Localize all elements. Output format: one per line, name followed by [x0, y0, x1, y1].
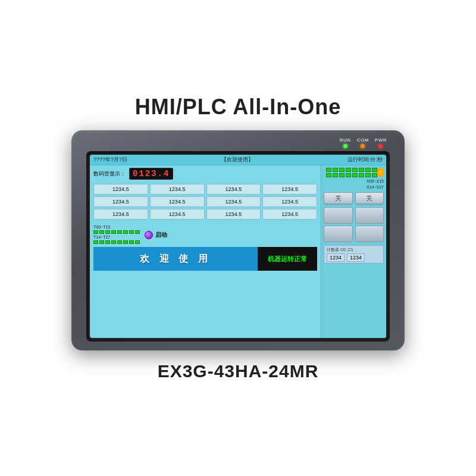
data-grid: 1234.5 1234.5 1234.5 1234.5 1234.5 1234.…	[93, 184, 317, 220]
tall-btn-row	[324, 207, 384, 224]
tall-btn-left-2[interactable]	[324, 226, 353, 242]
screen-main: 数码管显示： 0123.4 1234.5 1234.5 1234.5 1234.…	[90, 165, 386, 338]
data-cell-3: 1234.5	[262, 184, 317, 195]
start-circle-icon	[145, 231, 153, 239]
btn-grid: 关 关	[324, 192, 384, 204]
counter-value-0: 1234	[327, 253, 345, 262]
timer-label-1: T14~T27	[93, 235, 140, 239]
counter-area: 计数器 C0 ,C1 1234 1234	[324, 245, 384, 264]
tall-btn-row-2	[324, 226, 384, 242]
seg-label: 数码管显示：	[93, 170, 126, 178]
screen-left: 数码管显示： 0123.4 1234.5 1234.5 1234.5 1234.…	[90, 165, 321, 338]
com-label: COM	[357, 137, 369, 143]
page-title: HMI/PLC All-In-One	[135, 95, 342, 120]
data-cell-8: 1234.5	[93, 209, 148, 220]
indicator-run: RUN	[340, 137, 351, 148]
data-cell-10: 1234.5	[206, 209, 261, 220]
welcome-text: 欢 迎 使 用	[93, 247, 258, 271]
seg-display: 0123.4	[129, 168, 173, 180]
screen: ????年?月?日 【欢迎使用】 运行时间:分:秒 数码管显示： 0123.4 …	[90, 155, 386, 338]
screen-bezel: ????年?月?日 【欢迎使用】 运行时间:分:秒 数码管显示： 0123.4 …	[86, 151, 390, 342]
tall-btn-left[interactable]	[324, 207, 353, 224]
data-cell-6: 1234.5	[206, 196, 261, 207]
device-shell: RUN COM PWR ????年?月?日 【欢迎使用】 运行时间:分:秒	[71, 130, 405, 350]
start-area[interactable]: 启动	[145, 231, 167, 239]
screen-topbar: ????年?月?日 【欢迎使用】 运行时间:分:秒	[90, 155, 386, 165]
run-label: RUN	[340, 137, 351, 143]
data-cell-0: 1234.5	[93, 184, 148, 195]
tall-btn-right[interactable]	[355, 207, 384, 224]
data-cell-4: 1234.5	[93, 196, 148, 207]
com-dot	[361, 144, 365, 148]
screen-bottom: 欢 迎 使 用 机器运转正常	[93, 247, 317, 271]
timer-label-0: T00~T13	[93, 225, 140, 229]
screen-right: ! X00~X15 X14~X27 关 关	[321, 165, 386, 338]
seg-row: 数码管显示： 0123.4	[93, 168, 317, 180]
page-subtitle: EX3G-43HA-24MR	[158, 361, 319, 381]
indicator-com: COM	[357, 137, 369, 148]
topbar-time: 运行时间:分:秒	[347, 156, 383, 164]
data-cell-2: 1234.5	[206, 184, 261, 195]
data-cell-7: 1234.5	[262, 196, 317, 207]
x16-label: X14~X27	[367, 185, 384, 189]
warning-icon: !	[377, 168, 384, 177]
pwr-label: PWR	[375, 137, 387, 143]
status-text: 机器运转正常	[258, 247, 317, 271]
close-btn-2[interactable]: 关	[355, 192, 384, 204]
data-cell-9: 1234.5	[150, 209, 205, 220]
green-bars-x00	[326, 168, 377, 177]
topbar-date: ????年?月?日	[93, 156, 127, 164]
counter-row: 1234 1234	[327, 253, 381, 262]
indicator-pwr: PWR	[375, 137, 387, 148]
counter-value-1: 1234	[347, 253, 365, 262]
start-label: 启动	[155, 231, 167, 239]
topbar-welcome: 【欢迎使用】	[221, 156, 253, 164]
pwr-dot	[378, 144, 383, 148]
run-dot	[343, 144, 347, 148]
tall-btn-right-2[interactable]	[355, 226, 384, 242]
data-cell-1: 1234.5	[150, 184, 205, 195]
counter-label: 计数器 C0 ,C1	[327, 247, 381, 253]
data-cell-11: 1234.5	[262, 209, 317, 220]
data-cell-5: 1234.5	[150, 196, 205, 207]
x00-label: X00~X15	[367, 179, 384, 183]
close-btn-1[interactable]: 关	[324, 192, 353, 204]
timer-bars: T00~T13 T14~T27	[93, 225, 140, 244]
indicator-row: RUN COM PWR	[340, 137, 387, 148]
